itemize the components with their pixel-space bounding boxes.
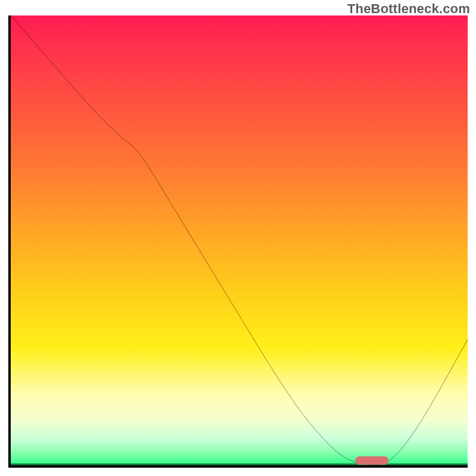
green-baseline-strip: [11, 464, 468, 465]
optimal-range-marker: [355, 456, 389, 465]
heat-gradient-background: [11, 15, 468, 465]
chart-frame: TheBottleneck.com: [0, 0, 476, 476]
plot-area: [8, 15, 468, 468]
watermark-text: TheBottleneck.com: [347, 1, 470, 17]
